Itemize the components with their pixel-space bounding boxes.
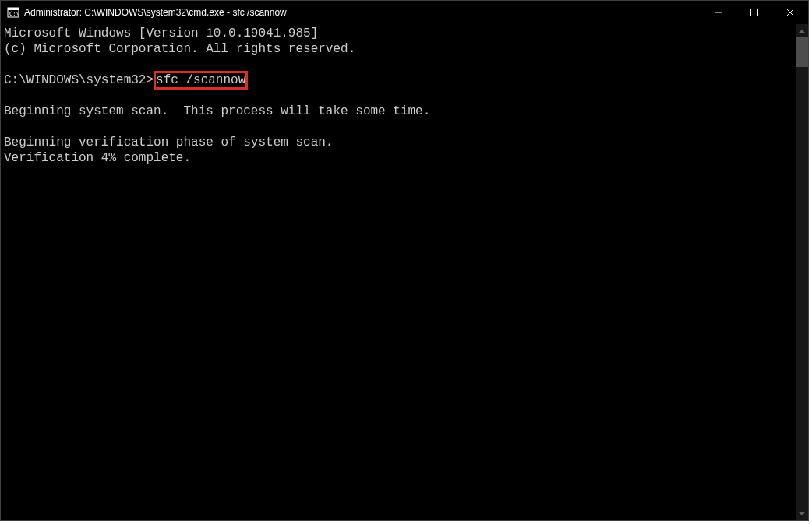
scroll-thumb[interactable] <box>796 37 808 67</box>
output-line: Verification 4% complete. <box>4 151 191 165</box>
window-controls <box>701 1 808 24</box>
cmd-window: C:\ Administrator: C:\WINDOWS\system32\c… <box>0 0 809 521</box>
cmd-icon: C:\ <box>7 6 19 19</box>
svg-rect-1 <box>8 8 19 10</box>
command-text: sfc /scannow <box>154 71 248 90</box>
svg-marker-8 <box>799 512 805 515</box>
svg-rect-4 <box>751 9 758 16</box>
content-area: Microsoft Windows [Version 10.0.19041.98… <box>1 24 808 520</box>
output-line: (c) Microsoft Corporation. All rights re… <box>4 42 355 56</box>
close-button[interactable] <box>772 1 808 24</box>
scroll-down-arrow[interactable] <box>796 507 808 520</box>
window-title: Administrator: C:\WINDOWS\system32\cmd.e… <box>24 7 287 18</box>
minimize-button[interactable] <box>701 1 736 24</box>
titlebar-left: C:\ Administrator: C:\WINDOWS\system32\c… <box>1 6 287 19</box>
scroll-up-arrow[interactable] <box>796 24 808 37</box>
vertical-scrollbar[interactable] <box>796 24 808 520</box>
output-line: Beginning verification phase of system s… <box>4 135 333 149</box>
window-titlebar[interactable]: C:\ Administrator: C:\WINDOWS\system32\c… <box>1 1 808 24</box>
svg-text:C:\: C:\ <box>9 11 19 17</box>
prompt-line: C:\WINDOWS\system32>sfc /scannow <box>4 71 248 90</box>
output-line: Beginning system scan. This process will… <box>4 104 430 118</box>
terminal-output[interactable]: Microsoft Windows [Version 10.0.19041.98… <box>1 24 796 520</box>
scroll-track[interactable] <box>796 37 808 507</box>
maximize-button[interactable] <box>736 1 772 24</box>
output-line: Microsoft Windows [Version 10.0.19041.98… <box>4 26 318 40</box>
svg-marker-7 <box>799 30 805 33</box>
prompt: C:\WINDOWS\system32> <box>4 73 154 87</box>
